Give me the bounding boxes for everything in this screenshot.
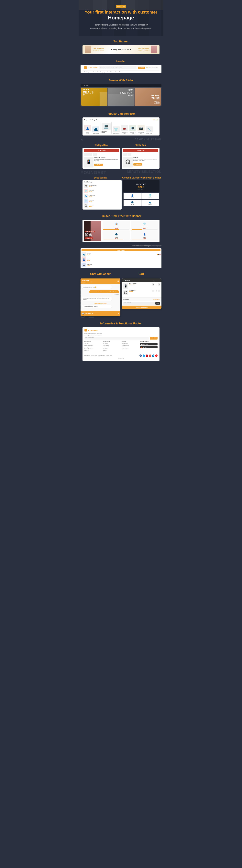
header-nav: All Categories All Brands Campaign Flash… [83, 70, 159, 73]
footer-link-3[interactable]: Finance Policy [106, 355, 112, 356]
nav-item-more[interactable]: More [119, 71, 122, 72]
footer-col-item-0-4[interactable]: Contact Us [85, 350, 102, 351]
bs-info-2: Sneaker Shoe $89.00 [89, 195, 120, 197]
coupon-apply-btn[interactable]: Apply [155, 302, 160, 305]
flash-buy-icon: 🛒 [134, 164, 136, 165]
social-pinterest[interactable]: p [146, 354, 148, 357]
footer-col-item-1-1[interactable]: Order History [103, 345, 121, 346]
chosen-product-img-3: 👟 [142, 200, 158, 204]
nav-item-offers[interactable]: Offers [115, 71, 118, 72]
todays-deal-price: $1,215.00 [94, 157, 100, 158]
ltd-product-1[interactable]: 👕 Casual Shirt $22.00 [131, 221, 158, 230]
ltd-product-img-2: 🧥 [103, 232, 129, 237]
google-play-btn[interactable]: ▶ Google Play [140, 343, 158, 345]
footer-logo-text: ▲ THE SHOP [88, 330, 98, 331]
cat-item-0[interactable]: 👗 Women Clothing [84, 125, 91, 134]
ltd-product-2[interactable]: 🧥 Jacket $65.00 [102, 231, 130, 241]
footer-col-item-2-0[interactable]: New Products [122, 343, 139, 344]
cart-qty-plus-0[interactable]: + [158, 283, 160, 285]
ltd-progress-bar-2 [103, 240, 123, 240]
nav-item-categories[interactable]: All Categories [84, 71, 91, 72]
footer-col-0: Information About Us Delivery Informatio… [85, 341, 102, 351]
chosen-product-0[interactable]: 👗 $35.00 [124, 193, 141, 199]
chat-close-icon[interactable]: ✕ [117, 280, 119, 282]
chosen-product-3[interactable]: 👟 $89.00 [142, 200, 159, 206]
footer-col-item-0-0[interactable]: About Us [85, 343, 102, 344]
footer-link-1[interactable]: Privacy Policy [91, 355, 97, 356]
ltd-offer-label-section: Limited Time Offer with Banner [79, 211, 163, 220]
footer-col-item-0-2[interactable]: Privacy Policy [85, 346, 102, 348]
login-register-link[interactable]: 🔐 Login / Registration [146, 67, 158, 68]
bs-img-0: 🎮 [84, 184, 88, 188]
chosen-product-2[interactable]: 🧥 $65.00 [124, 200, 141, 206]
footer-logo-prefix: ▲ THE [88, 330, 93, 331]
popular-cat-more[interactable]: Show all [153, 119, 158, 120]
footer-col-item-2-3[interactable]: Our Promotions [122, 348, 139, 349]
ltd-progress-0 [103, 229, 129, 230]
social-youtube[interactable]: y [155, 354, 157, 357]
slide-1[interactable]: WIN WIN DEALS ON [81, 88, 108, 106]
footer-col-item-1-3[interactable]: Newsletter [103, 348, 121, 349]
social-twitter[interactable]: t [143, 354, 145, 357]
cart-qty-plus-1[interactable]: + [158, 290, 160, 292]
app-store-btn[interactable]: 🍎 App Store [140, 346, 158, 348]
cat-featured-item[interactable]: 💻 Best Selling Laptop [100, 122, 112, 134]
ltd-product-3[interactable]: 👗 Dress $48.00 [131, 231, 158, 241]
footer-email-input[interactable]: Your Email Address... [85, 337, 149, 340]
cat-item-3[interactable]: 🏍️ Automobile & Bike [121, 125, 128, 134]
chosen-product-1[interactable]: 👕 $22.00 [142, 193, 159, 199]
social-linkedin[interactable]: in [152, 354, 154, 357]
footer-link-0[interactable]: Home Policy [85, 355, 90, 356]
social-googleplus[interactable]: g [149, 354, 151, 357]
footer-col-1: My Account My Account Order History Wish… [103, 341, 121, 351]
footer-col-2: Specials New Products Special Products B… [122, 341, 139, 351]
bs-row-3: 👕 T-Shirt Blue $22.00 [84, 198, 120, 203]
cat-item-1[interactable]: 🧥 Jacket Hoodie [92, 126, 99, 134]
todays-deal-section: Todays Deal Todays Deal 📱 $1,215.00 $1,4… [83, 143, 120, 169]
nav-item-brands[interactable]: All Brands [93, 71, 98, 72]
footer-col-item-2-1[interactable]: Special Products [122, 345, 139, 346]
footer-col-item-1-0[interactable]: My Account [103, 343, 121, 344]
ltd-product-0[interactable]: 👔 Formal Shirt $36.00 [102, 221, 130, 230]
slide-2[interactable]: NEW FASHION STYLE [108, 88, 134, 106]
footer-logo-icon [85, 329, 87, 332]
slide-3[interactable]: FORMAL FASHION NEW DESIGN EVERY DAY Fash… [134, 88, 161, 106]
cart-item-info-1: Headphone $640.00 [129, 290, 151, 292]
flash-buy-label: Buy Now [136, 164, 141, 165]
coupon-input[interactable]: Enter a coupon ? [123, 302, 155, 305]
search-button[interactable]: SEARCH [138, 67, 145, 69]
sale-word: SALE [126, 186, 156, 188]
cat-item-img-5: 📷 [138, 125, 145, 131]
header-search-box[interactable]: Search for products, brands and more her… [99, 66, 137, 69]
search-placeholder: Search for products, brands and more her… [100, 67, 123, 68]
footer-subscribe-btn[interactable]: SUBSCRIBE [150, 337, 157, 340]
nav-item-campaign[interactable]: Campaign [100, 71, 105, 72]
footer-bottom-links: Home Policy Privacy Policy Support Polic… [85, 355, 112, 356]
cat-item-2[interactable]: 👕 Mens Clothing [113, 126, 120, 134]
footer-email-row: Your Email Address... SUBSCRIBE [85, 337, 157, 340]
extra-item-1: 👗 Dress $55.00 [82, 257, 160, 262]
flash-deal-buy-btn[interactable]: 🛒 Buy Now [133, 163, 142, 165]
cat-item-6[interactable]: 🔧 Others, Tools [146, 126, 153, 134]
social-facebook[interactable]: f [140, 354, 142, 357]
todays-deal-buy-btn[interactable]: 🛒 Buy Now [94, 163, 103, 166]
nav-item-flash[interactable]: Flash Sales [107, 71, 113, 72]
cat-item-label-0: Women Clothing [84, 131, 91, 134]
chat-arrow-icon: › [118, 312, 119, 315]
header-section-label: Header [116, 60, 125, 63]
mixed-content-row: Best Selling 🎮 Gaming Controller $45.00 … [81, 180, 161, 210]
footer-col-item-1-2[interactable]: Wish List [103, 346, 121, 348]
footer-col-item-0-3[interactable]: Terms & Conditions [85, 348, 102, 349]
footer-col-item-0-1[interactable]: Delivery Information [85, 345, 102, 346]
cat-item-4[interactable]: 💻 Computer & Work [129, 125, 136, 134]
header-preview: ▲ THE SHOP Search for products, brands a… [81, 65, 161, 73]
footer-col-item-1-4[interactable]: Returns [103, 350, 121, 351]
checkout-button[interactable]: PROCEED 2 CHECK [122, 306, 161, 309]
footer-col-item-2-2[interactable]: Bestsellers [122, 346, 139, 348]
cat-item-5[interactable]: 📷 Cellphone & Tech [138, 125, 145, 134]
footer-link-2[interactable]: Support Policy [98, 355, 105, 356]
logo-icon [84, 66, 87, 69]
ltd-shop-btn[interactable]: SHOP NOW [85, 238, 93, 239]
ltd-offer-banner: SPECIAL OFFER SALE 50% OFF SHOP NOW [84, 221, 101, 241]
ltd-progress-2 [103, 240, 129, 240]
